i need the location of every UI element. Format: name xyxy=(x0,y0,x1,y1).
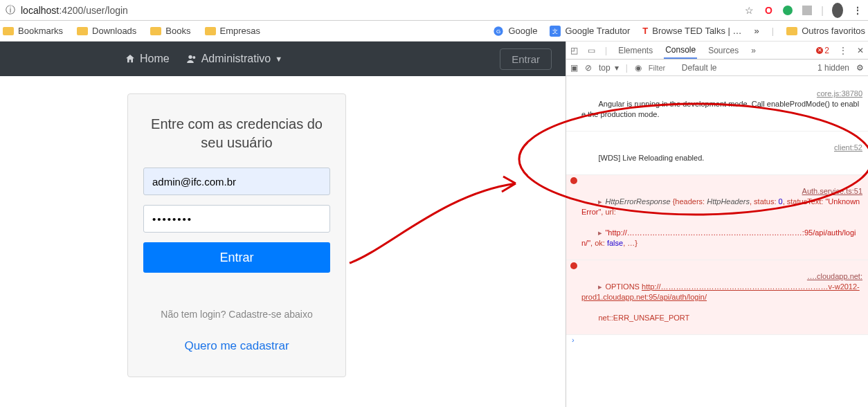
bookmarks-more-icon[interactable]: » xyxy=(754,26,759,36)
ted-icon: T xyxy=(642,26,648,36)
bookmark-translate[interactable]: 文 Google Tradutor xyxy=(550,26,630,37)
signup-link[interactable]: Quero me cadastrar xyxy=(143,339,330,353)
device-icon[interactable]: ▭ xyxy=(588,46,595,55)
bookmark-folder[interactable]: Downloads xyxy=(77,26,136,36)
signup-prompt: Não tem login? Cadastre-se abaixo xyxy=(143,309,330,320)
nav-login-button[interactable]: Entrar xyxy=(500,48,552,70)
error-row[interactable]: Auth.service.ts:51 HttpErrorResponse {he… xyxy=(566,175,868,260)
chevron-down-icon: ▾ xyxy=(615,63,619,73)
login-card: Entre com as credencias do seu usuário E… xyxy=(127,93,346,377)
log-row[interactable]: core.js:38780 Angular is running in the … xyxy=(566,78,868,132)
nav-home[interactable]: Home xyxy=(125,53,170,65)
password-field[interactable] xyxy=(143,205,330,233)
users-icon xyxy=(186,53,197,64)
console-prompt[interactable]: › xyxy=(566,335,868,345)
log-source-link[interactable]: Auth.service.ts:51 xyxy=(802,186,862,197)
toolbar-right: ☆ O | ⋮ xyxy=(743,5,862,16)
devtools-close-icon[interactable]: ✕ xyxy=(857,46,864,55)
login-title: Entre com as credencias do seu usuário xyxy=(143,115,330,152)
info-icon[interactable]: ⓘ xyxy=(6,4,15,17)
devtools-menu-icon[interactable]: ⋮ xyxy=(839,46,847,55)
live-icon[interactable]: ◉ xyxy=(635,63,642,73)
home-icon xyxy=(125,53,136,64)
bookmarks-bar: Bookmarks Downloads Books Empresas G Goo… xyxy=(0,21,868,42)
tab-console[interactable]: Console xyxy=(664,45,697,59)
tab-sources[interactable]: Sources xyxy=(707,46,740,55)
bookmark-folder[interactable]: Empresas xyxy=(205,26,261,36)
error-count[interactable]: ✕2 xyxy=(816,46,829,55)
bookmark-google[interactable]: G Google xyxy=(493,26,537,37)
address-bar: ⓘ localhost:4200/user/login ☆ O | ⋮ xyxy=(0,0,868,21)
svg-point-5 xyxy=(192,56,195,59)
bookmark-ted[interactable]: TBrowse TED Talks | … xyxy=(642,26,741,36)
extension-shield-icon[interactable] xyxy=(802,5,813,16)
error-row[interactable]: ….cloudapp.net: OPTIONS http://………………………… xyxy=(566,260,868,335)
tab-elements[interactable]: Elements xyxy=(617,46,654,55)
url-field[interactable]: localhost:4200/user/login xyxy=(21,5,738,16)
context-selector[interactable]: top ▾ xyxy=(599,63,619,73)
app-viewport: Home Administrativo ▼ Entrar Entre com a… xyxy=(0,42,566,407)
svg-point-4 xyxy=(188,55,192,59)
svg-text:文: 文 xyxy=(552,28,558,35)
console-output: core.js:38780 Angular is running in the … xyxy=(566,76,868,407)
submit-button[interactable]: Entrar xyxy=(143,242,330,273)
log-source-link[interactable]: client:52 xyxy=(834,143,862,153)
log-row[interactable]: client:52 [WDS] Live Reloading enabled. xyxy=(566,132,868,175)
nav-admin[interactable]: Administrativo ▼ xyxy=(186,53,282,65)
sidebar-toggle-icon[interactable]: ▣ xyxy=(570,63,578,73)
chevron-down-icon: ▼ xyxy=(275,55,282,63)
menu-icon[interactable]: ⋮ xyxy=(851,5,862,16)
level-selector[interactable]: Default le xyxy=(682,63,717,73)
extension-green-icon[interactable] xyxy=(782,5,793,16)
svg-text:G: G xyxy=(496,28,500,34)
translate-icon: 文 xyxy=(550,26,561,37)
email-field[interactable] xyxy=(143,168,330,195)
extension-opera-icon[interactable]: O xyxy=(763,5,774,16)
console-toolbar: ▣ ⊘ top ▾ | ◉ Default le 1 hidden ⚙ xyxy=(566,60,868,76)
bookmark-folder[interactable]: Bookmarks xyxy=(3,26,63,36)
bookmark-folder[interactable]: Books xyxy=(150,26,190,36)
log-source-link[interactable]: core.js:38780 xyxy=(817,89,862,99)
hidden-count[interactable]: 1 hidden xyxy=(817,63,849,73)
tabs-more-icon[interactable]: » xyxy=(750,46,757,55)
bookmark-star-icon[interactable]: ☆ xyxy=(743,5,754,16)
bookmark-other[interactable]: Outros favoritos xyxy=(786,26,865,36)
clear-icon[interactable]: ⊘ xyxy=(585,63,592,73)
log-source-link[interactable]: ….cloudapp.net: xyxy=(807,271,862,282)
profile-avatar[interactable] xyxy=(832,5,843,16)
devtools-panel: ◰ ▭ | Elements Console Sources » ✕2 ⋮ ✕ … xyxy=(566,42,868,407)
google-icon: G xyxy=(493,26,504,37)
gear-icon[interactable]: ⚙ xyxy=(856,63,864,73)
filter-input[interactable] xyxy=(649,64,675,72)
app-navbar: Home Administrativo ▼ Entrar xyxy=(0,42,566,76)
inspect-icon[interactable]: ◰ xyxy=(570,46,578,55)
devtools-tabs: ◰ ▭ | Elements Console Sources » ✕2 ⋮ ✕ xyxy=(566,42,868,60)
